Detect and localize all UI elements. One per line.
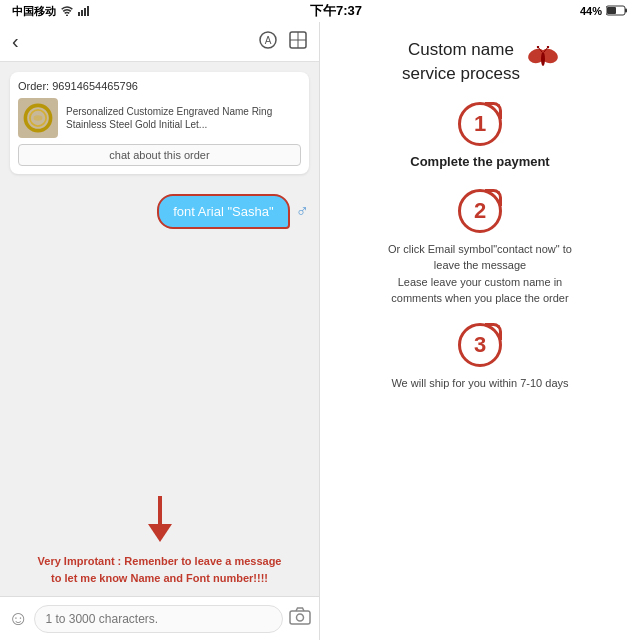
header-icons: A — [259, 31, 307, 53]
map-icon[interactable] — [289, 31, 307, 53]
chat-side: ‹ A Order: 96914654465796 — [0, 22, 320, 640]
product-name: Personalized Customize Engraved Name Rin… — [66, 105, 301, 131]
signal-bars — [78, 5, 92, 18]
step-2: 2 Or click Email symbol"contact now" tol… — [332, 189, 628, 307]
step-3-circle: 3 — [458, 323, 502, 367]
svg-rect-6 — [607, 7, 616, 14]
svg-text:A: A — [265, 35, 272, 46]
product-image — [18, 98, 58, 138]
order-card: Order: 96914654465796 Personalized Custo… — [10, 72, 309, 174]
message-bubble: font Arial "Sasha" — [157, 194, 289, 229]
main-layout: ‹ A Order: 96914654465796 — [0, 22, 640, 640]
message-row: font Arial "Sasha" ♂ — [10, 194, 309, 229]
title-line1: Custom name — [402, 38, 520, 62]
svg-marker-16 — [148, 524, 172, 542]
gender-icon: ♂ — [296, 201, 310, 222]
chat-input-bar: ☺ — [0, 596, 319, 640]
chat-about-order-button[interactable]: chat about this order — [18, 144, 301, 166]
svg-rect-2 — [84, 8, 86, 16]
svg-rect-17 — [290, 611, 310, 624]
svg-point-14 — [34, 115, 43, 120]
message-input[interactable] — [34, 605, 283, 633]
status-left: 中国移动 — [12, 4, 92, 19]
warning-area: Very Improtant : Remenber to leave a mes… — [0, 492, 319, 596]
battery-icon — [606, 5, 628, 18]
svg-rect-0 — [78, 12, 80, 16]
step-1: 1 Complete the payment — [332, 102, 628, 173]
title-line2: service process — [402, 62, 520, 86]
order-id: Order: 96914654465796 — [18, 80, 301, 92]
step-2-circle: 2 — [458, 189, 502, 233]
chat-messages: font Arial "Sasha" ♂ — [0, 184, 319, 492]
svg-point-21 — [541, 52, 545, 66]
chat-header: ‹ A — [0, 22, 319, 62]
step-3: 3 We will ship for you within 7-10 days — [332, 323, 628, 392]
order-product: Personalized Customize Engraved Name Rin… — [18, 98, 301, 138]
svg-rect-1 — [81, 10, 83, 16]
info-side: Custom name service process — [320, 22, 640, 640]
wifi-icon — [60, 5, 74, 18]
info-title: Custom name service process — [402, 38, 558, 86]
status-bar: 中国移动 下午7:37 44% — [0, 0, 640, 22]
step-2-desc: Or click Email symbol"contact now" tolea… — [388, 241, 572, 307]
svg-rect-3 — [87, 6, 89, 16]
step-1-label: Complete the payment — [410, 154, 549, 169]
svg-point-18 — [297, 614, 304, 621]
warning-text: Very Improtant : Remenber to leave a mes… — [10, 553, 309, 586]
svg-rect-5 — [625, 8, 627, 12]
translate-icon[interactable]: A — [259, 31, 277, 53]
status-right: 44% — [580, 5, 628, 18]
camera-button[interactable] — [289, 607, 311, 630]
butterfly-icon — [528, 46, 558, 78]
step-1-circle: 1 — [458, 102, 502, 146]
emoji-button[interactable]: ☺ — [8, 607, 28, 630]
arrow-down-icon — [10, 496, 309, 549]
step-3-desc: We will ship for you within 7-10 days — [391, 375, 568, 392]
battery-percent: 44% — [580, 5, 602, 17]
back-button[interactable]: ‹ — [12, 30, 19, 53]
status-time: 下午7:37 — [310, 2, 362, 20]
carrier-text: 中国移动 — [12, 4, 56, 19]
